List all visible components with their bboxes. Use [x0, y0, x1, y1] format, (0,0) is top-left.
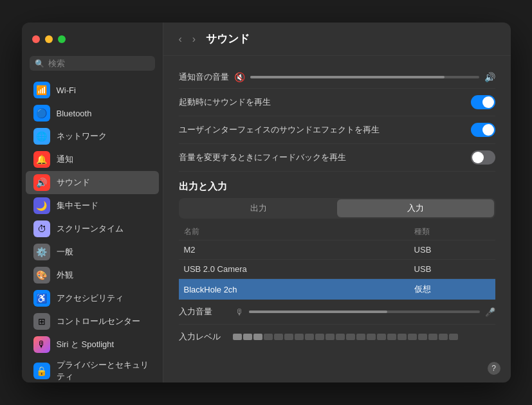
startup-sound-toggle[interactable] — [471, 95, 495, 109]
sidebar-item-notify[interactable]: 🔔 通知 — [26, 148, 159, 171]
tab-input[interactable]: 入力 — [337, 199, 494, 217]
sidebar-label-wifi: Wi-Fi — [57, 86, 76, 95]
level-dot — [449, 334, 458, 340]
level-dot — [274, 334, 283, 340]
sidebar-item-sound[interactable]: 🔊 サウンド — [26, 171, 159, 194]
content-area: 通知音の音量 🔇 🔊 起動時にサウンドを再生 ユーザインターフェイスのサウンドエ… — [163, 56, 511, 382]
level-dot — [264, 334, 273, 340]
sidebar-label-network: ネットワーク — [57, 130, 107, 142]
main-header: ‹ › サウンド — [163, 22, 511, 56]
sidebar-item-access[interactable]: ♿ アクセシビリティ — [26, 287, 159, 310]
volume-high-icon: 🔊 — [484, 72, 495, 82]
notification-volume-slider[interactable] — [250, 76, 479, 78]
ui-sound-label: ユーザインターフェイスのサウンドエフェクトを再生 — [179, 124, 380, 136]
ui-sound-row: ユーザインターフェイスのサウンドエフェクトを再生 — [179, 116, 495, 144]
back-button[interactable]: ‹ — [176, 32, 185, 46]
sidebar-label-siri: Siri と Spotlight — [57, 339, 115, 350]
network-icon: 🌐 — [33, 128, 50, 145]
sound-icon: 🔊 — [33, 174, 50, 191]
input-level-label: 入力レベル — [179, 331, 230, 343]
sidebar-label-notify: 通知 — [57, 154, 73, 165]
device-type: USB — [409, 260, 495, 279]
level-dot — [428, 334, 437, 340]
sidebar-label-bluetooth: Bluetooth — [57, 109, 92, 118]
notification-volume-row: 通知音の音量 🔇 🔊 — [179, 66, 495, 89]
sidebar-label-focus: 集中モード — [57, 200, 98, 212]
level-dot — [398, 334, 407, 340]
level-dots — [233, 334, 495, 340]
sidebar-item-control[interactable]: ⊞ コントロールセンター — [26, 310, 159, 333]
level-dot — [439, 334, 448, 340]
screen-icon: ⏱ — [33, 221, 50, 237]
level-dot — [408, 334, 417, 340]
level-dot — [233, 334, 242, 340]
sidebar-item-focus[interactable]: 🌙 集中モード — [26, 194, 159, 217]
page-title: サウンド — [206, 32, 250, 46]
control-icon: ⊞ — [33, 313, 50, 330]
table-row[interactable]: M2 USB — [179, 240, 495, 260]
mic-low-icon: 🎙 — [235, 307, 244, 317]
mic-high-icon: 🎤 — [485, 307, 495, 317]
help-button[interactable]: ? — [488, 362, 500, 375]
level-dot — [305, 334, 314, 340]
privacy-icon: 🔒 — [33, 363, 50, 379]
level-dot — [295, 334, 304, 340]
minimize-button[interactable] — [45, 35, 53, 43]
titlebar — [22, 22, 163, 56]
general-icon: ⚙️ — [33, 244, 50, 260]
feedback-sound-toggle[interactable] — [471, 150, 495, 165]
sidebar-item-appearance[interactable]: 🎨 外観 — [26, 264, 159, 287]
access-icon: ♿ — [33, 290, 50, 307]
level-dot — [367, 334, 376, 340]
startup-sound-row: 起動時にサウンドを再生 — [179, 89, 495, 116]
io-section-title: 出力と入力 — [179, 181, 495, 193]
wifi-icon: 📶 — [33, 82, 50, 98]
sidebar-item-bluetooth[interactable]: 🔵 Bluetooth — [26, 102, 159, 125]
sidebar-label-control: コントロールセンター — [57, 316, 140, 327]
startup-sound-label: 起動時にサウンドを再生 — [179, 96, 271, 108]
sidebar-label-general: 一般 — [57, 246, 73, 258]
table-row[interactable]: USB 2.0 Camera USB — [179, 260, 495, 279]
input-level-row: 入力レベル — [179, 325, 495, 349]
ui-sound-toggle[interactable] — [471, 123, 495, 137]
device-type: USB — [409, 240, 495, 260]
search-box[interactable]: 🔍 — [30, 56, 155, 71]
device-name: BlackHole 2ch — [179, 279, 409, 300]
siri-icon: 🎙 — [33, 336, 50, 353]
sidebar-item-screen[interactable]: ⏱ スクリーンタイム — [26, 217, 159, 240]
sidebar-item-wifi[interactable]: 📶 Wi-Fi — [26, 78, 159, 102]
input-volume-label: 入力音量 — [179, 306, 230, 318]
level-dot — [356, 334, 365, 340]
close-button[interactable] — [32, 35, 40, 43]
tab-output[interactable]: 出力 — [180, 199, 337, 217]
sidebar-label-appearance: 外観 — [57, 269, 73, 281]
bluetooth-icon: 🔵 — [33, 105, 50, 122]
level-dot — [418, 334, 427, 340]
level-dot — [284, 334, 293, 340]
level-dot — [336, 334, 345, 340]
search-input[interactable] — [48, 59, 150, 68]
input-volume-row: 入力音量 🎙 🎤 — [179, 300, 495, 325]
content-wrapper: 通知音の音量 🔇 🔊 起動時にサウンドを再生 ユーザインターフェイスのサウンドエ… — [163, 56, 511, 382]
level-dot — [387, 334, 396, 340]
sidebar-item-privacy[interactable]: 🔒 プライバシーとセキュリティ — [26, 356, 159, 382]
col-name-header: 名前 — [179, 224, 409, 240]
level-dot — [253, 334, 262, 340]
sidebar-label-screen: スクリーンタイム — [57, 223, 124, 235]
search-icon: 🔍 — [35, 59, 44, 68]
io-tab-bar: 出力 入力 — [179, 198, 495, 219]
volume-low-icon: 🔇 — [234, 72, 245, 82]
sidebar: 🔍 📶 Wi-Fi 🔵 Bluetooth 🌐 ネットワーク 🔔 通知 🔊 サウ… — [22, 22, 163, 382]
sidebar-item-siri[interactable]: 🎙 Siri と Spotlight — [26, 333, 159, 356]
device-name: M2 — [179, 240, 409, 260]
maximize-button[interactable] — [58, 35, 66, 43]
forward-button[interactable]: › — [190, 32, 198, 46]
input-volume-slider[interactable] — [249, 310, 480, 313]
table-row[interactable]: BlackHole 2ch 仮想 — [179, 279, 495, 300]
notification-volume-label: 通知音の音量 — [179, 71, 229, 83]
sidebar-item-network[interactable]: 🌐 ネットワーク — [26, 125, 159, 148]
focus-icon: 🌙 — [33, 197, 50, 214]
sidebar-label-sound: サウンド — [57, 177, 90, 188]
feedback-sound-row: 音量を変更するときにフィードバックを再生 — [179, 144, 495, 172]
sidebar-item-general[interactable]: ⚙️ 一般 — [26, 240, 159, 264]
